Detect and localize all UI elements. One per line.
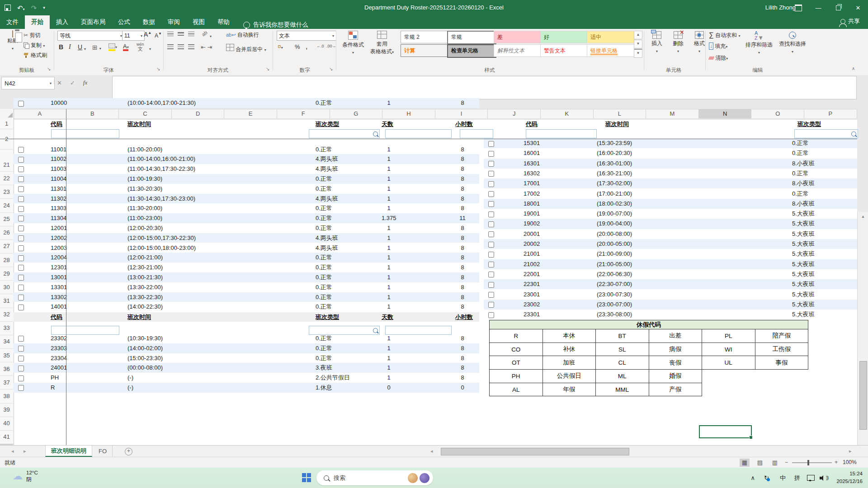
conditional-formatting-button[interactable]: 条件格式▾ xyxy=(340,31,366,55)
selected-cell[interactable] xyxy=(699,425,752,438)
find-select-button[interactable]: 查找和选择▾ xyxy=(776,32,809,54)
zoom-level[interactable]: 100% xyxy=(843,459,857,465)
column-header-F[interactable]: F xyxy=(277,109,330,118)
row-header-35[interactable]: 35 xyxy=(0,348,13,362)
filter-input-shift-type-right[interactable] xyxy=(794,129,858,138)
row-header-25[interactable]: 25 xyxy=(0,212,13,226)
scroll-up-icon[interactable]: ▲ xyxy=(858,214,868,219)
styles-gallery-up-icon[interactable]: ▲ xyxy=(634,31,642,39)
column-header-N[interactable]: N xyxy=(699,109,752,118)
bold-button[interactable]: B xyxy=(59,43,63,51)
row-checkbox[interactable] xyxy=(18,245,24,251)
row-header-27[interactable]: 27 xyxy=(0,239,13,253)
page-layout-view-icon[interactable]: ▤ xyxy=(755,459,765,467)
clock[interactable]: 15:242025/12/16 xyxy=(836,470,863,485)
italic-button[interactable]: I xyxy=(69,43,71,51)
styles-gallery-more-icon[interactable]: ▼ xyxy=(634,49,642,58)
row-checkbox[interactable] xyxy=(18,225,24,231)
underline-dropdown[interactable]: ▾ xyxy=(84,45,86,52)
font-family-select[interactable]: 等线▾ xyxy=(57,31,124,41)
column-header-H[interactable]: H xyxy=(382,109,435,118)
column-header-B[interactable]: B xyxy=(66,109,119,118)
select-all-corner[interactable] xyxy=(0,109,14,118)
cell-style-chip[interactable]: 链接单元格 xyxy=(587,44,635,57)
increase-decimal-button[interactable]: ←.0 xyxy=(316,44,324,48)
column-header-P[interactable]: P xyxy=(804,109,857,118)
zoom-out-icon[interactable]: − xyxy=(785,459,788,465)
row-header-26[interactable]: 26 xyxy=(0,226,13,240)
row-checkbox[interactable] xyxy=(18,265,24,271)
row-checkbox[interactable] xyxy=(18,285,24,291)
column-header-E[interactable]: E xyxy=(224,109,277,118)
fill-button[interactable]: ↓ 填充▾ xyxy=(709,42,727,50)
row-header-30[interactable]: 30 xyxy=(0,280,13,294)
row-checkbox[interactable] xyxy=(18,375,24,381)
column-header-O[interactable]: O xyxy=(751,109,804,118)
row-header-37[interactable]: 37 xyxy=(0,375,13,389)
normal-view-icon[interactable]: ▦ xyxy=(740,459,750,467)
cancel-entry-icon[interactable]: ✕ xyxy=(57,80,62,86)
zoom-slider-handle[interactable] xyxy=(807,460,809,465)
row-checkbox[interactable] xyxy=(488,242,494,248)
ribbon-tab-插入[interactable]: 插入 xyxy=(50,15,75,29)
network-icon[interactable] xyxy=(807,468,815,488)
filter-input-shift-type[interactable] xyxy=(309,129,380,138)
row-header-32[interactable]: 32 xyxy=(0,308,13,322)
cell-style-chip[interactable]: 常规 2 xyxy=(401,31,449,43)
percent-style-button[interactable]: % xyxy=(295,43,300,50)
column-header-D[interactable]: D xyxy=(172,109,225,118)
merge-center-button[interactable]: 合并后居中 ▾ xyxy=(226,44,266,53)
column-header-J[interactable]: J xyxy=(488,109,541,118)
row-checkbox[interactable] xyxy=(18,356,24,361)
collapse-ribbon-icon[interactable]: ∧ xyxy=(852,66,855,71)
row-header-41[interactable]: 41 xyxy=(0,430,13,444)
row-checkbox[interactable] xyxy=(18,255,24,261)
number-format-select[interactable]: 文本▾ xyxy=(277,31,336,41)
row-checkbox[interactable] xyxy=(488,181,494,187)
row-checkbox[interactable] xyxy=(18,275,24,281)
restore-button[interactable] xyxy=(828,0,848,15)
column-header-C[interactable]: C xyxy=(119,109,172,118)
new-sheet-icon[interactable]: + xyxy=(125,448,132,455)
volume-icon[interactable]: )) xyxy=(820,468,828,488)
vertical-scroll-thumb[interactable] xyxy=(859,361,867,430)
sheet-tab-FO[interactable]: FO xyxy=(93,446,113,457)
orientation-button[interactable]: ab xyxy=(201,30,208,38)
row-checkbox[interactable] xyxy=(488,161,494,167)
share-button[interactable]: 共享 xyxy=(840,17,860,25)
cell-style-chip[interactable]: 计算 xyxy=(401,44,449,57)
font-dialog-launcher[interactable]: ↘ xyxy=(156,66,160,71)
column-header-A[interactable]: A xyxy=(14,109,66,118)
sheet-nav-left-icon[interactable]: ◂ xyxy=(11,446,14,457)
cell-style-chip[interactable]: 好 xyxy=(540,31,589,43)
column-header-K[interactable]: K xyxy=(541,109,594,118)
sheet-tab-班次明细说明[interactable]: 班次明细说明 xyxy=(45,446,92,457)
grow-font-button[interactable]: A▲ xyxy=(144,31,151,38)
cell-style-chip[interactable]: 警告文本 xyxy=(540,44,589,57)
underline-button[interactable]: U xyxy=(78,43,82,51)
insert-cells-button[interactable]: 插入▾ xyxy=(647,31,666,54)
weather-widget[interactable]: ☁ 12°C阴 xyxy=(13,469,38,483)
horizontal-scrollbar[interactable] xyxy=(436,447,847,455)
row-checkbox[interactable] xyxy=(488,151,494,157)
accounting-format-button[interactable]: ¤▾ xyxy=(278,43,283,50)
row-header-21[interactable]: 21 xyxy=(0,158,13,172)
page-break-view-icon[interactable]: ▥ xyxy=(770,459,780,467)
cell-style-chip[interactable]: 差 xyxy=(494,31,542,43)
row-header-28[interactable]: 28 xyxy=(0,253,13,267)
tray-chevron-icon[interactable]: ∧ xyxy=(750,468,755,488)
cell-style-chip[interactable]: 解释性文本 xyxy=(494,44,542,57)
styles-gallery-down-icon[interactable]: ▼ xyxy=(634,40,642,48)
sort-filter-button[interactable]: AZ▼ 排序和筛选▾ xyxy=(745,31,773,55)
column-header-L[interactable]: L xyxy=(594,109,646,118)
row-checkbox[interactable] xyxy=(18,295,24,300)
vertical-align-buttons[interactable] xyxy=(167,32,194,37)
row-header-33[interactable]: 33 xyxy=(0,321,13,335)
font-color-button[interactable]: A▾ xyxy=(123,43,129,50)
column-header-G[interactable]: G xyxy=(330,109,383,118)
row-checkbox[interactable] xyxy=(488,272,494,277)
row-header-29[interactable]: 29 xyxy=(0,267,13,281)
row-checkbox[interactable] xyxy=(18,186,24,192)
row-checkbox[interactable] xyxy=(18,336,24,342)
row-header-31[interactable]: 31 xyxy=(0,294,13,308)
